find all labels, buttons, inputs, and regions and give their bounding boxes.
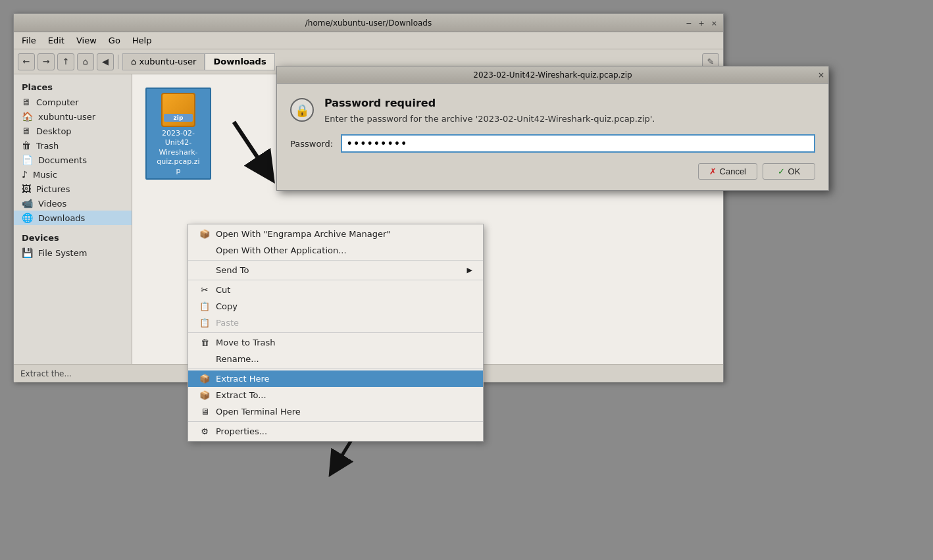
fm-maximize-btn[interactable]: + xyxy=(697,18,707,27)
ok-icon: ✓ xyxy=(778,166,785,176)
menu-go[interactable]: Go xyxy=(103,34,126,47)
menu-view[interactable]: View xyxy=(71,34,102,47)
ctx-trash[interactable]: 🗑 Move to Trash xyxy=(188,334,483,351)
pw-body: 🔒 Password required Enter the password f… xyxy=(277,84,828,190)
pw-description: Enter the password for the archive '2023… xyxy=(324,113,815,125)
fm-minimize-btn[interactable]: − xyxy=(684,18,693,27)
ctx-rename-label: Rename... xyxy=(216,354,259,364)
sidebar-item-desktop[interactable]: 🖥 Desktop xyxy=(14,124,132,138)
sidebar-label-videos: Videos xyxy=(38,199,66,209)
pw-field-label: Password: xyxy=(290,139,333,149)
ctx-copy-icon: 📋 xyxy=(199,301,211,311)
menu-help[interactable]: Help xyxy=(127,34,157,47)
collapse-icon: ◀ xyxy=(102,57,109,66)
file-name-label: 2023-02-Unit42-Wireshark-quiz.pcap.zip xyxy=(157,129,199,176)
pw-buttons: ✗ Cancel ✓ OK xyxy=(290,163,815,180)
ctx-terminal-icon: 🖥 xyxy=(199,407,211,417)
fm-window-controls: − + × xyxy=(684,18,719,27)
breadcrumb-downloads[interactable]: Downloads xyxy=(205,53,274,70)
sidebar-label-downloads: Downloads xyxy=(38,213,85,223)
ctx-sep2 xyxy=(188,280,483,280)
ctx-open-other[interactable]: Open With Other Application... xyxy=(188,242,483,259)
music-icon: ♪ xyxy=(22,169,28,180)
pw-titlebar: 2023-02-Unit42-Wireshark-quiz.pcap.zip × xyxy=(277,66,828,84)
ctx-cut[interactable]: ✂ Cut xyxy=(188,282,483,298)
ctx-paste-label: Paste xyxy=(216,318,239,328)
devices-section-title: Devices xyxy=(14,230,132,245)
ctx-sep1 xyxy=(188,260,483,261)
sidebar-item-music[interactable]: ♪ Music xyxy=(14,167,132,182)
ctx-extract-here-label: Extract Here xyxy=(216,374,270,384)
sidebar-item-home[interactable]: 🏠 xubuntu-user xyxy=(14,109,132,124)
home-button[interactable]: ⌂ xyxy=(77,53,94,70)
sidebar-item-filesystem[interactable]: 💾 File System xyxy=(14,245,132,260)
context-menu: 📦 Open With "Engrampa Archive Manager" O… xyxy=(188,224,484,442)
pw-header-row: 🔒 Password required Enter the password f… xyxy=(290,97,815,125)
trash-icon: 🗑 xyxy=(22,140,31,151)
ctx-open-engrampa-icon: 📦 xyxy=(199,229,211,239)
ctx-extract-to-label: Extract To... xyxy=(216,390,266,400)
pw-cancel-button[interactable]: ✗ Cancel xyxy=(698,163,757,180)
pw-field-row: Password: xyxy=(290,134,815,153)
pw-input-field[interactable] xyxy=(341,134,815,153)
fm-menubar: File Edit View Go Help xyxy=(14,32,723,49)
pw-title: 2023-02-Unit42-Wireshark-quiz.pcap.zip xyxy=(473,70,632,80)
pw-dialog-heading: Password required xyxy=(324,97,815,109)
ctx-rename[interactable]: Rename... xyxy=(188,351,483,367)
pw-title-block: Password required Enter the password for… xyxy=(324,97,815,125)
ctx-copy-label: Copy xyxy=(216,301,238,311)
ctx-open-engrampa-label: Open With "Engrampa Archive Manager" xyxy=(216,229,390,239)
sidebar-item-videos[interactable]: 📹 Videos xyxy=(14,196,132,211)
ctx-trash-label: Move to Trash xyxy=(216,338,276,347)
sidebar-label-music: Music xyxy=(33,170,57,180)
ctx-send-to[interactable]: Send To ▶ xyxy=(188,262,483,278)
places-section-title: Places xyxy=(14,80,132,95)
menu-edit[interactable]: Edit xyxy=(43,34,70,47)
ctx-terminal[interactable]: 🖥 Open Terminal Here xyxy=(188,403,483,420)
sidebar-item-pictures[interactable]: 🖼 Pictures xyxy=(14,182,132,196)
ctx-send-to-label: Send To xyxy=(216,265,249,275)
home-icon: ⌂ xyxy=(83,57,88,66)
ctx-send-to-arrow: ▶ xyxy=(467,266,472,274)
sidebar-item-downloads[interactable]: 🌐 Downloads xyxy=(14,211,132,225)
ctx-copy[interactable]: 📋 Copy xyxy=(188,298,483,315)
sidebar-label-pictures: Pictures xyxy=(36,184,70,194)
ctx-extract-here-icon: 📦 xyxy=(199,374,211,384)
breadcrumb-downloads-label: Downloads xyxy=(213,57,266,66)
ctx-properties[interactable]: ⚙ Properties... xyxy=(188,423,483,440)
ctx-extract-here[interactable]: 📦 Extract Here xyxy=(188,370,483,387)
sidebar-item-documents[interactable]: 📄 Documents xyxy=(14,153,132,167)
ctx-sep3 xyxy=(188,332,483,333)
pw-close-btn[interactable]: × xyxy=(818,70,824,80)
fm-title: /home/xubuntu-user/Downloads xyxy=(305,18,432,28)
forward-button[interactable]: → xyxy=(38,53,55,70)
back-button[interactable]: ← xyxy=(18,53,35,70)
sidebar-item-computer[interactable]: 🖥 Computer xyxy=(14,95,132,109)
zip-type-label: zip xyxy=(164,114,192,122)
fm-close-btn[interactable]: × xyxy=(709,18,719,27)
fm-titlebar: /home/xubuntu-user/Downloads − + × xyxy=(14,14,723,32)
cancel-icon: ✗ xyxy=(709,166,717,176)
pw-cancel-label: Cancel xyxy=(720,166,746,176)
menu-file[interactable]: File xyxy=(16,34,41,47)
ctx-paste-icon: 📋 xyxy=(199,318,211,328)
edit-path-icon: ✎ xyxy=(707,57,715,66)
filesystem-icon: 💾 xyxy=(22,247,33,258)
documents-icon: 📄 xyxy=(22,155,33,165)
home-icon: 🏠 xyxy=(22,111,33,122)
ctx-open-engrampa[interactable]: 📦 Open With "Engrampa Archive Manager" xyxy=(188,226,483,242)
ctx-sep4 xyxy=(188,369,483,369)
ctx-extract-to[interactable]: 📦 Extract To... xyxy=(188,387,483,403)
toolbar-separator xyxy=(118,55,118,69)
pw-ok-button[interactable]: ✓ OK xyxy=(763,163,815,180)
computer-icon: 🖥 xyxy=(22,97,31,107)
sidebar-label-home: xubuntu-user xyxy=(38,112,95,122)
breadcrumb-home[interactable]: ⌂ xubuntu-user xyxy=(122,53,205,70)
sidebar-item-trash[interactable]: 🗑 Trash xyxy=(14,138,132,153)
up-button[interactable]: ↑ xyxy=(57,53,74,70)
collapse-button[interactable]: ◀ xyxy=(97,53,114,70)
ctx-trash-icon: 🗑 xyxy=(199,338,211,347)
file-icon-zip[interactable]: zip 2023-02-Unit42-Wireshark-quiz.pcap.z… xyxy=(145,88,211,180)
sidebar-label-desktop: Desktop xyxy=(36,126,72,136)
breadcrumb-home-label: ⌂ xubuntu-user xyxy=(131,57,196,66)
